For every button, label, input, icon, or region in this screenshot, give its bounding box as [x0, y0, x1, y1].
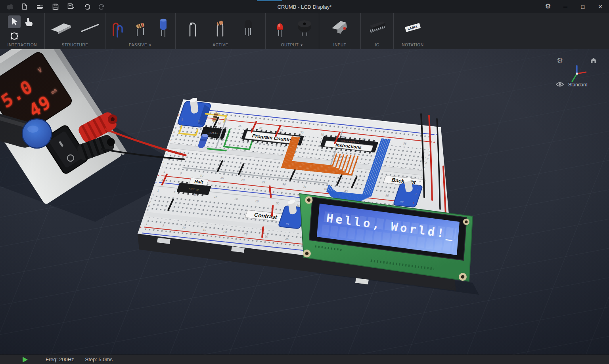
close-button[interactable]: ✕: [592, 0, 609, 13]
section-label-notation: NOTATION: [394, 43, 432, 47]
toolbar-section-structure: STRUCTURE: [45, 13, 105, 49]
play-icon[interactable]: [22, 356, 28, 363]
open-folder-icon[interactable]: [36, 3, 44, 10]
switch-tool[interactable]: [329, 15, 351, 39]
toolbar-section-ic: IC: [361, 13, 394, 49]
toolbar-section-interaction: INTERACTION: [0, 13, 45, 49]
crumb-app: CRUMB - LCD Display* ⚙ ─ □ ✕ INTERACTION: [0, 0, 609, 364]
visibility-eye-icon[interactable]: [556, 82, 564, 88]
viewport-settings-gear-icon[interactable]: ⚙: [557, 56, 563, 65]
statusbar: Freq: 200Hz Step: 5.0ms: [0, 354, 609, 364]
maximize-button[interactable]: □: [574, 0, 592, 13]
window-title: CRUMB - LCD Display*: [278, 4, 332, 10]
toolbar-section-notation: LABEL NOTATION: [394, 13, 432, 49]
halt-label: Halt: [194, 179, 204, 185]
jumper-wires-tool[interactable]: [109, 15, 126, 39]
diode-tool[interactable]: [212, 15, 229, 39]
redo-icon[interactable]: [98, 3, 105, 10]
wire-tool[interactable]: [79, 15, 101, 39]
settings-gear-icon[interactable]: ⚙: [539, 0, 557, 13]
titlebar: CRUMB - LCD Display* ⚙ ─ □ ✕: [0, 0, 609, 13]
minimize-button[interactable]: ─: [557, 0, 574, 13]
toolbar-section-passive: PASSIVE ▼: [105, 13, 176, 49]
section-label-input: INPUT: [319, 43, 360, 47]
resistor-tool[interactable]: [132, 15, 149, 39]
section-label-output[interactable]: OUTPUT ▼: [266, 43, 319, 47]
undo-icon[interactable]: [83, 3, 90, 10]
probe-circle-tool[interactable]: [8, 30, 21, 42]
transistor-tool[interactable]: [239, 15, 257, 39]
led-tool[interactable]: [271, 15, 289, 39]
select-cursor-tool[interactable]: [8, 15, 21, 28]
capacitor-tool[interactable]: [155, 15, 172, 39]
accent-strip: [257, 0, 282, 1]
section-label-interaction: INTERACTION: [0, 43, 44, 47]
dropdown-caret-icon: ▼: [149, 44, 152, 47]
section-label-structure: STRUCTURE: [45, 43, 105, 47]
app-logo-icon: [6, 3, 13, 10]
new-file-icon[interactable]: [21, 3, 28, 10]
viewport-canvas[interactable]: 5.0 V 49 mA: [0, 49, 609, 355]
dip-chip-tool[interactable]: [366, 15, 388, 39]
component-toolbar: INTERACTION STRUCTURE: [0, 13, 609, 50]
frequency-readout: Freq: 200Hz: [46, 356, 74, 362]
section-label-active: ACTIVE: [176, 43, 265, 47]
save-icon[interactable]: [52, 3, 59, 10]
photoresistor-tool[interactable]: [184, 15, 201, 39]
toolbar-section-output: OUTPUT ▼: [266, 13, 319, 49]
section-label-ic: IC: [361, 43, 393, 47]
view-mode-label: Standard: [568, 82, 588, 88]
buzzer-tool[interactable]: [296, 15, 313, 39]
toolbar-section-active: ACTIVE: [176, 13, 266, 49]
hand-tool[interactable]: [22, 15, 35, 28]
dropdown-caret-icon: ▼: [300, 44, 304, 47]
home-view-icon[interactable]: [590, 57, 597, 65]
save-as-icon[interactable]: [67, 3, 75, 10]
breadboard-tool[interactable]: [49, 15, 73, 39]
label-sticker-tool[interactable]: LABEL: [401, 15, 424, 39]
section-label-passive[interactable]: PASSIVE ▼: [105, 43, 175, 47]
step-readout: Step: 5.0ms: [85, 356, 113, 362]
toolbar-section-input: INPUT: [319, 13, 361, 49]
